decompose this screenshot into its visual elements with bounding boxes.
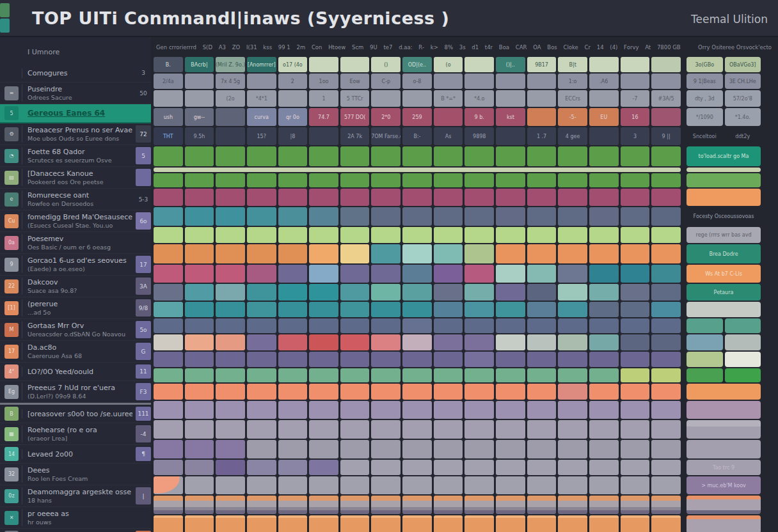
grid-cell — [402, 302, 432, 317]
grid-cell — [527, 420, 557, 439]
sidebar-item[interactable]: 14Levaed 2o00¶ — [0, 445, 151, 464]
sidebar-item[interactable]: EgPreeeus 7 hUd ror e'uera(D.Lerl?) 09o9… — [0, 381, 151, 403]
sidebar-item[interactable]: Comogures3 — [0, 64, 151, 82]
grid-row[interactable] — [154, 207, 681, 226]
grid-row[interactable] — [154, 168, 681, 172]
sidebar-item[interactable]: ▤[Danacecs KanouePookeerd eos Ore peetse — [0, 167, 151, 189]
grid-right-row[interactable] — [687, 496, 761, 514]
grid-right-row[interactable] — [687, 302, 761, 317]
grid-cell — [496, 440, 525, 458]
grid-row[interactable] — [154, 189, 681, 206]
sidebar-item[interactable]: 0aPoesemevOes Basic / oum er 6 oeasg — [0, 232, 151, 254]
grid-row[interactable] — [154, 368, 681, 382]
grid-row[interactable] — [154, 401, 681, 419]
grid-cell — [278, 146, 308, 166]
grid-cell: 9898 — [464, 127, 494, 145]
grid-right-row[interactable]: Tao trc 9 — [687, 460, 761, 475]
grid-row[interactable] — [154, 265, 681, 283]
grid-row[interactable] — [154, 227, 681, 243]
sidebar-item-badge: ¶ — [136, 447, 151, 461]
sidebar-item[interactable]: ≒Rostroer se peron? — [0, 529, 151, 532]
grid-right-row[interactable] — [687, 384, 761, 400]
grid-right-row[interactable]: Ws At b7 C-Lls — [687, 265, 761, 283]
grid-cell — [278, 173, 308, 187]
sidebar-item[interactable]: ≡PuseindreOdrees Sacure50 — [0, 82, 151, 104]
grid-row[interactable]: THT9.5h15?|82A 7k(7OM Farse.oB:-As98981 … — [154, 127, 681, 145]
sidebar-item[interactable]: 5Gereous Eanes 64 — [0, 104, 151, 123]
sidebar-item[interactable]: ✕pr oeeea ashr ouws — [0, 507, 151, 529]
sidebar-item[interactable]: 32DeeesRoo len Foes Cream — [0, 464, 151, 485]
grid-right-row[interactable]: Petaura — [687, 284, 761, 301]
grid-cell: 9 b. — [464, 108, 494, 126]
grid-row[interactable] — [154, 318, 681, 333]
grid-right-row[interactable] — [687, 440, 761, 458]
grid-cell — [154, 189, 183, 206]
grid-cell — [278, 90, 308, 107]
grid-row[interactable] — [154, 352, 681, 367]
grid-cell — [309, 420, 338, 439]
grid-row[interactable] — [154, 460, 681, 475]
grid-right-row[interactable]: */1090*1.4o. — [687, 108, 761, 126]
grid-row[interactable] — [154, 384, 681, 400]
slot-icon: [1] — [4, 301, 19, 315]
sidebar-item-text: pr oeeea ashr ouws — [22, 509, 151, 526]
sidebar-item[interactable]: ⚙Breaacesr Prenus no ser AvaeMoe ubos Ou… — [0, 123, 151, 145]
sidebar-item[interactable]: ◔Foette 68 QadorScrutecs es seuerzum Osv… — [0, 145, 151, 167]
sidebar-item[interactable]: 4°LO?/0O Yeed/oould11 — [0, 363, 151, 381]
grid-right-row[interactable]: Brea Dodre — [687, 244, 761, 263]
grid-right-row[interactable] — [687, 515, 761, 532]
grid-right-row[interactable] — [687, 318, 761, 333]
sidebar-item[interactable]: MGortaas Mrr OrvUereacsder o.dSbAN Go No… — [0, 319, 151, 341]
grid-right-row[interactable]: Snceltooiddt2y — [687, 127, 761, 145]
grid-row[interactable]: 2/4a7x 4 5g21ooEowC-po-81:o.A6 — [154, 74, 681, 89]
sidebar-item[interactable]: 17Da.ac8oCaereruue Asa 68G — [0, 341, 151, 363]
grid-row[interactable] — [154, 334, 681, 350]
grid-right-row[interactable] — [687, 401, 761, 419]
grid-cell — [309, 460, 338, 475]
grid-right-row[interactable]: Focesty Osceoussovoas — [687, 207, 761, 226]
grid-row[interactable] — [154, 496, 681, 514]
grid-row[interactable] — [154, 420, 681, 439]
sidebar-item[interactable]: 0zDeamomaggra argeskte osse18 hans| — [0, 485, 151, 507]
grid-right-row[interactable] — [687, 173, 761, 187]
grid-row[interactable] — [154, 146, 681, 166]
sidebar-item[interactable]: I Umnore — [0, 40, 151, 64]
grid-row[interactable] — [154, 173, 681, 187]
grid-right-cell — [725, 368, 761, 382]
grid-right-row[interactable]: rege (rrrs wrr bas avd — [687, 227, 761, 243]
sidebar-item[interactable]: B[oreasover s0o0 too /se.uureeno111 — [0, 403, 151, 423]
grid-right-row[interactable]: > muc.eb'M koov — [687, 476, 761, 494]
grid-right-row[interactable] — [687, 368, 761, 382]
grid-right-row[interactable]: dty , 3d57/2o'8 — [687, 90, 761, 107]
column-header-token: S(D — [203, 44, 212, 51]
grid-row[interactable]: ushgw--curvaqr 0o74.7577 DO(2*02599 b.ks… — [154, 108, 681, 126]
grid-cell — [247, 496, 276, 514]
grid-right-row[interactable] — [687, 352, 761, 367]
grid-right-row[interactable] — [687, 168, 761, 172]
grid-right-row[interactable]: 9 1|Beas3E CH.LHe — [687, 74, 761, 89]
grid-cell — [621, 334, 650, 350]
grid-cell — [371, 189, 401, 206]
sidebar-item[interactable]: [1](pererue…ad 5o9/8 — [0, 297, 151, 319]
grid-row[interactable] — [154, 515, 681, 532]
grid-row[interactable] — [154, 476, 681, 494]
column-header-token: 3s — [459, 44, 466, 51]
grid-cell — [527, 74, 557, 89]
grid-row[interactable]: B.BAcrb|(Mril Z. 9o.)[Anomrrer]o17 (4o()… — [154, 57, 681, 72]
sidebar-item[interactable]: ▦Roehearse (ro e ora(eraeor Lrea]-4 — [0, 423, 151, 445]
grid-row[interactable] — [154, 302, 681, 317]
grid-row[interactable] — [154, 440, 681, 458]
sidebar-item[interactable]: eRomureecse oantRowfeo en Dersoedos5-3 — [0, 189, 151, 210]
grid-right-row[interactable]: to'load.scaltr go Ma — [687, 146, 761, 166]
grid-cell — [185, 74, 214, 89]
sidebar-item[interactable]: Cufomedigg Bred Ma'Oesausece(Esuecs Cuse… — [0, 210, 151, 232]
grid-row[interactable] — [154, 244, 681, 263]
grid-row[interactable] — [154, 284, 681, 301]
sidebar-item[interactable]: 22DakcoovSuace asa 9o.8?3A — [0, 276, 151, 297]
grid-right-row[interactable] — [687, 334, 761, 350]
grid-row[interactable]: (2o*4*115 TTCrB *=**4.oECCrs-7#3A/5 — [154, 90, 681, 107]
grid-right-row[interactable]: 3o(GBoOBaVGo3] — [687, 57, 761, 72]
grid-right-row[interactable] — [687, 420, 761, 439]
sidebar-item[interactable]: 9Gorcao1 6-us od'es seovues(Eaede) a oe.… — [0, 254, 151, 276]
grid-right-row[interactable] — [687, 189, 761, 206]
